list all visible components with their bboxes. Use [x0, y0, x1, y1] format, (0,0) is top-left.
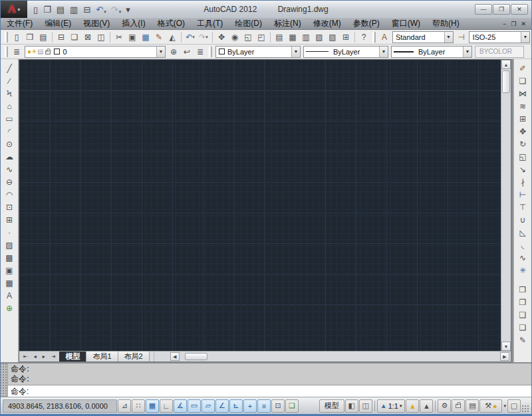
lineweight-toggle[interactable]: ≡: [257, 399, 271, 413]
toolbar-grip[interactable]: [372, 32, 376, 43]
stretch-button[interactable]: ↘: [515, 163, 530, 175]
menu-edit[interactable]: 编辑(E): [39, 17, 77, 30]
qat-new-button[interactable]: ▯: [31, 4, 41, 15]
menu-view[interactable]: 视图(V): [77, 17, 116, 30]
revision-cloud-button[interactable]: ☁: [2, 150, 17, 163]
markup-manager-button[interactable]: ▨: [326, 31, 339, 43]
multiline-text-button[interactable]: A: [2, 289, 17, 302]
minimize-button[interactable]: —: [475, 4, 492, 15]
break-at-point-button[interactable]: ⊤: [515, 201, 530, 213]
toolbar-grip[interactable]: [209, 47, 212, 57]
text-to-front-button[interactable]: ✎: [515, 334, 530, 346]
object-snap-toggle[interactable]: ▭: [188, 399, 201, 413]
help-button[interactable]: ?: [357, 31, 370, 43]
zoom-window-button[interactable]: ◱: [241, 31, 255, 43]
qat-open-button[interactable]: ❐: [41, 4, 54, 15]
break-button[interactable]: ∪: [515, 213, 530, 226]
new-button[interactable]: ▯: [10, 31, 23, 43]
ellipse-button[interactable]: ⊖: [2, 175, 17, 188]
status-menu-caret[interactable]: ▾: [503, 403, 507, 409]
fillet-button[interactable]: ◟: [515, 239, 530, 251]
dynamic-ucs-toggle[interactable]: ⊾: [229, 399, 243, 413]
menu-tools[interactable]: 工具(T): [191, 17, 229, 30]
erase-button[interactable]: ✐: [515, 62, 530, 74]
trim-button[interactable]: ∤: [515, 175, 530, 188]
color-combo[interactable]: ByLayer ▼: [215, 46, 301, 58]
qat-save-button[interactable]: ▤: [55, 4, 67, 15]
scroll-right-icon[interactable]: ▶: [500, 352, 509, 361]
pan-button[interactable]: ✥: [215, 31, 228, 43]
qat-undo-button[interactable]: ↶▾: [94, 4, 108, 15]
command-input[interactable]: 命令:: [8, 385, 531, 397]
tab-layout2[interactable]: 布局2: [118, 352, 150, 362]
quickview-layouts-button[interactable]: ◧: [345, 399, 358, 413]
extend-button[interactable]: ⊢: [515, 188, 530, 201]
vertical-scrollbar[interactable]: ▲ ▼: [501, 60, 511, 351]
dimension-style-button[interactable]: ⊣: [455, 31, 468, 43]
offset-button[interactable]: ≋: [515, 100, 530, 112]
qat-redo-button[interactable]: ↷▾: [109, 4, 123, 15]
tab-layout1[interactable]: 布局1: [86, 352, 118, 362]
quickview-drawings-button[interactable]: ◫: [359, 399, 372, 413]
text-style-combo[interactable]: Standard ▼: [392, 31, 454, 43]
tab-prev-button[interactable]: ◂: [31, 354, 39, 360]
text-style-button[interactable]: A: [378, 31, 391, 43]
plot-preview-button[interactable]: ❏: [68, 31, 81, 43]
menu-help[interactable]: 帮助(H): [426, 17, 466, 30]
snap-toggle[interactable]: ∷: [132, 399, 145, 413]
blend-curves-button[interactable]: ∿: [515, 251, 530, 264]
zoom-previous-button[interactable]: ◰: [255, 31, 268, 43]
layer-thaw-icon[interactable]: ☀: [31, 49, 37, 55]
designcenter-button[interactable]: ▦: [286, 31, 299, 43]
rectangle-button[interactable]: ▭: [2, 112, 17, 125]
toolbar-lock-button[interactable]: [452, 399, 465, 413]
toolbar-grip[interactable]: [5, 47, 8, 57]
insert-block-button[interactable]: ⊡: [2, 201, 17, 213]
explode-button[interactable]: ✳: [515, 264, 530, 276]
tab-model[interactable]: 模型: [59, 352, 86, 362]
doc-close-button[interactable]: ✕: [519, 21, 527, 27]
performance-tuner-button[interactable]: ⚒ ●: [479, 399, 502, 413]
model-space-button[interactable]: 模型: [319, 399, 344, 413]
tab-last-button[interactable]: ⇥: [49, 354, 59, 360]
block-editor-button[interactable]: ◭: [166, 31, 179, 43]
toolbar-grip[interactable]: [5, 32, 8, 43]
gradient-button[interactable]: ▩: [2, 251, 17, 264]
doc-restore-button[interactable]: ❐: [509, 21, 517, 27]
bring-to-front-button[interactable]: ❒: [515, 283, 530, 296]
quick-properties-toggle[interactable]: ❏: [285, 399, 299, 413]
grid-toggle[interactable]: ▦: [146, 399, 159, 413]
make-object-layer-current-button[interactable]: ⊕: [167, 46, 180, 58]
array-button[interactable]: ⊞: [515, 112, 530, 125]
qat-customize-button[interactable]: ▾: [124, 4, 133, 15]
scale-button[interactable]: ◱: [515, 150, 530, 163]
polygon-button[interactable]: ⌂: [2, 100, 17, 112]
save-button[interactable]: ▤: [37, 31, 50, 43]
status-bar-menu-button[interactable]: ▤: [466, 399, 479, 413]
dynamic-input-toggle[interactable]: +: [243, 399, 257, 413]
copy-clip-button[interactable]: ▣: [126, 31, 139, 43]
menu-draw[interactable]: 绘图(D): [229, 17, 268, 30]
plot-button[interactable]: ⊟: [55, 31, 68, 43]
horizontal-scrollbar[interactable]: ◀ ▶: [154, 352, 511, 362]
application-menu-button[interactable]: A ▾: [1, 1, 27, 18]
add-selected-button[interactable]: ⊕: [2, 302, 17, 314]
scroll-down-icon[interactable]: ▼: [501, 342, 511, 351]
menu-insert[interactable]: 插入(I): [116, 17, 151, 30]
region-button[interactable]: ▣: [2, 264, 17, 276]
menu-file[interactable]: 文件(F): [1, 17, 39, 30]
ortho-toggle[interactable]: ∟: [160, 399, 173, 413]
command-window-grip[interactable]: [1, 364, 8, 397]
circle-button[interactable]: ⊙: [2, 138, 17, 150]
polar-tracking-toggle[interactable]: ∡: [174, 399, 187, 413]
move-button[interactable]: ✥: [515, 125, 530, 138]
line-button[interactable]: ╱: [2, 62, 17, 74]
resize-grip[interactable]: [521, 405, 529, 413]
send-to-back-button[interactable]: ❐: [515, 296, 530, 308]
zoom-realtime-button[interactable]: ◉: [228, 31, 241, 43]
object-snap-tracking-toggle[interactable]: ∠: [215, 399, 229, 413]
tool-palettes-button[interactable]: ▥: [299, 31, 313, 43]
rotate-button[interactable]: ↻: [515, 138, 530, 150]
construction-line-button[interactable]: ∕: [2, 74, 17, 87]
clean-screen-button[interactable]: ▢: [507, 399, 521, 413]
